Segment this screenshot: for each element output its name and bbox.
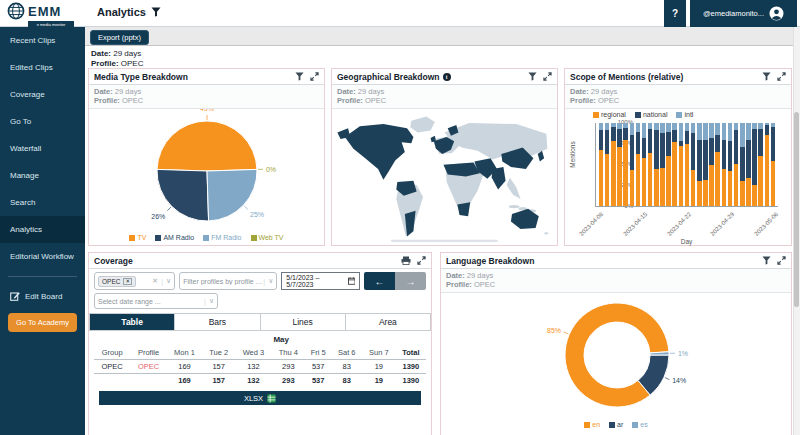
stacked-bar-day-12[interactable] xyxy=(666,123,671,206)
stacked-bar-day-24[interactable] xyxy=(740,123,745,206)
stacked-bar-day-26[interactable] xyxy=(752,123,757,206)
user-menu-button[interactable]: @emediamonito... xyxy=(690,0,797,27)
xlsx-export-button[interactable]: XLSX xyxy=(99,391,421,405)
profile-link[interactable]: OPEC xyxy=(130,360,166,374)
stacked-bar-day-14[interactable] xyxy=(679,123,684,206)
stacked-bar-day-17[interactable] xyxy=(697,123,702,206)
expand-icon[interactable] xyxy=(417,256,426,265)
profile-group-filter[interactable]: Filter profiles by profile group ... |∨ xyxy=(179,272,277,290)
sidebar-item-search[interactable]: Search xyxy=(0,189,85,216)
chevron-down-icon[interactable]: ∨ xyxy=(268,277,273,285)
scrollbar-thumb[interactable] xyxy=(794,112,799,307)
stacked-bar-day-25[interactable] xyxy=(746,123,751,206)
stacked-bar-day-2[interactable] xyxy=(605,123,610,206)
select-date-range[interactable]: Select date range ... |∨ xyxy=(94,293,218,309)
next-week-button[interactable]: → xyxy=(395,272,426,290)
expand-icon[interactable] xyxy=(777,256,786,265)
prev-week-button[interactable]: ← xyxy=(364,272,395,290)
legend-item-national[interactable]: national xyxy=(635,111,668,118)
stacked-bar-day-23[interactable] xyxy=(734,123,739,206)
scope-legend[interactable]: regionalnationalintl xyxy=(593,111,693,118)
filter-funnel-icon[interactable] xyxy=(295,72,304,81)
sidebar-item-edited-clips[interactable]: Edited Clips xyxy=(0,54,85,81)
stacked-bar-day-18[interactable] xyxy=(703,123,708,206)
stacked-bar-day-1[interactable] xyxy=(599,123,604,206)
remove-tag-icon[interactable]: ✕ xyxy=(123,278,132,285)
stacked-bar-day-9[interactable] xyxy=(648,123,653,206)
legend-item-en[interactable]: en xyxy=(584,421,600,428)
sidebar-item-manage[interactable]: Manage xyxy=(0,162,85,189)
stacked-bar-day-13[interactable] xyxy=(672,123,677,206)
stacked-bar-day-19[interactable] xyxy=(709,123,714,206)
app-logo[interactable]: EMM e media monitor xyxy=(7,2,83,25)
filter-funnel-icon[interactable] xyxy=(151,7,161,17)
pie-slice-tv[interactable] xyxy=(157,121,257,171)
legend-label: TV xyxy=(137,234,146,241)
language-donut-chart[interactable]: 85%14%1% xyxy=(441,293,791,417)
expand-icon[interactable] xyxy=(777,72,786,81)
print-icon[interactable] xyxy=(401,256,411,265)
sidebar-item-editorial-workflow[interactable]: Editorial Workflow xyxy=(0,243,85,270)
sidebar-item-go-to[interactable]: Go To xyxy=(0,108,85,135)
calendar-icon[interactable] xyxy=(348,277,355,285)
profiles-multiselect[interactable]: OPEC ✕ ✕|∨ xyxy=(94,272,175,290)
legend-item-ar[interactable]: ar xyxy=(609,421,623,428)
legend-item-es[interactable]: es xyxy=(632,421,647,428)
sidebar-item-recent-clips[interactable]: Recent Clips xyxy=(0,27,85,54)
stacked-bar-day-5[interactable] xyxy=(623,123,628,206)
chevron-down-icon[interactable]: ∨ xyxy=(209,297,214,305)
language-legend[interactable]: enares xyxy=(441,421,791,428)
tab-bars[interactable]: Bars xyxy=(174,313,259,331)
stacked-bar-day-15[interactable] xyxy=(685,123,690,206)
stacked-bar-day-8[interactable] xyxy=(642,123,647,206)
tab-area[interactable]: Area xyxy=(345,313,431,331)
legend-item-web-tv[interactable]: Web TV xyxy=(251,234,284,241)
bar-segment-regional xyxy=(660,168,665,206)
filter-funnel-icon[interactable] xyxy=(528,72,537,81)
legend-item-tv[interactable]: TV xyxy=(129,234,146,241)
chevron-down-icon[interactable]: ∨ xyxy=(166,277,171,285)
stacked-bar-day-20[interactable] xyxy=(715,123,720,206)
go-to-academy-button[interactable]: Go To Academy xyxy=(8,313,77,332)
stacked-bar-day-7[interactable] xyxy=(636,123,641,206)
media-type-legend[interactable]: TVAM RadioFM RadioWeb TV xyxy=(89,234,324,241)
expand-icon[interactable] xyxy=(310,72,319,81)
tab-table[interactable]: Table xyxy=(89,313,174,331)
export-pptx-button[interactable]: Export (pptx) xyxy=(90,30,149,45)
media-type-pie-chart[interactable]: 49%26%25%0% xyxy=(89,109,326,232)
stacked-bar-day-4[interactable] xyxy=(617,123,622,206)
help-button[interactable]: ? xyxy=(664,0,686,27)
stacked-bar-day-16[interactable] xyxy=(691,123,696,206)
stacked-bar-day-29[interactable] xyxy=(771,123,776,206)
sidebar-item-edit-board[interactable]: Edit Board xyxy=(0,283,85,309)
sidebar-item-waterfall[interactable]: Waterfall xyxy=(0,135,85,162)
legend-item-intl[interactable]: intl xyxy=(676,111,693,118)
stacked-bar-day-21[interactable] xyxy=(722,123,727,206)
stacked-bar-day-27[interactable] xyxy=(758,123,763,206)
vertical-scrollbar[interactable] xyxy=(793,27,800,435)
sidebar-item-coverage[interactable]: Coverage xyxy=(0,81,85,108)
world-map-chart[interactable] xyxy=(332,109,557,243)
legend-item-regional[interactable]: regional xyxy=(593,111,626,118)
total-value: 169 xyxy=(167,374,203,388)
legend-item-am-radio[interactable]: AM Radio xyxy=(155,234,194,241)
tab-lines[interactable]: Lines xyxy=(260,313,345,331)
stacked-bar-day-10[interactable] xyxy=(654,123,659,206)
info-icon[interactable]: i xyxy=(443,73,451,81)
coverage-tabs: TableBarsLinesArea xyxy=(89,313,431,331)
stacked-bar-day-3[interactable] xyxy=(611,123,616,206)
stacked-bar-day-6[interactable] xyxy=(630,123,635,206)
scope-stacked-bar-chart[interactable] xyxy=(595,123,778,207)
stacked-bar-day-28[interactable] xyxy=(765,123,770,206)
expand-icon[interactable] xyxy=(543,72,552,81)
stacked-bar-day-22[interactable] xyxy=(728,123,733,206)
cell-value: 132 xyxy=(235,360,272,374)
clear-icon[interactable]: ✕ xyxy=(152,277,158,285)
date-range-input[interactable]: 5/1/2023 – 5/7/2023 xyxy=(281,272,360,290)
stacked-bar-day-11[interactable] xyxy=(660,123,665,206)
legend-item-fm-radio[interactable]: FM Radio xyxy=(203,234,241,241)
filter-funnel-icon[interactable] xyxy=(762,256,771,265)
filter-funnel-icon[interactable] xyxy=(762,72,771,81)
sidebar-item-analytics[interactable]: Analytics xyxy=(0,216,85,243)
profile-tag[interactable]: OPEC ✕ xyxy=(98,276,136,287)
